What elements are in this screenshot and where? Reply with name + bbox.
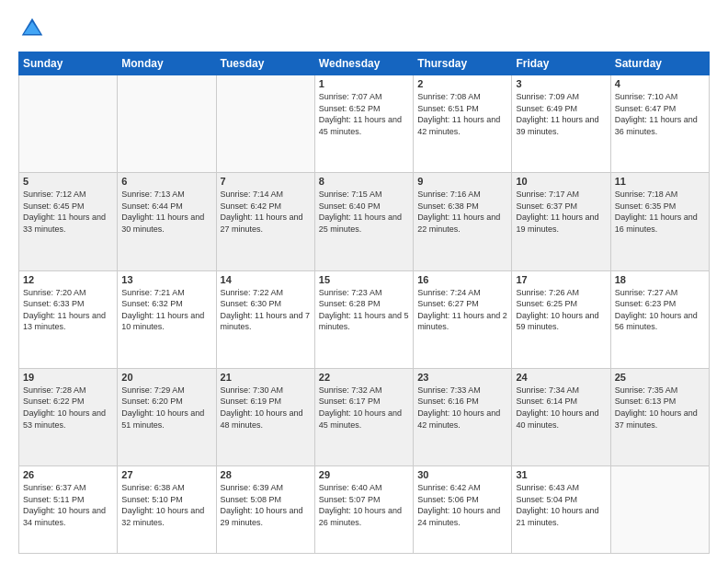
day-info: Sunrise: 7:16 AM Sunset: 6:38 PM Dayligh…	[417, 189, 507, 235]
day-info: Sunrise: 7:21 AM Sunset: 6:32 PM Dayligh…	[121, 287, 211, 333]
day-info: Sunrise: 7:28 AM Sunset: 6:22 PM Dayligh…	[23, 385, 113, 431]
day-number: 24	[516, 372, 606, 383]
day-info: Sunrise: 6:40 AM Sunset: 5:07 PM Dayligh…	[319, 482, 409, 528]
day-number: 10	[516, 176, 606, 187]
calendar-week-3: 12Sunrise: 7:20 AM Sunset: 6:33 PM Dayli…	[19, 270, 710, 368]
day-info: Sunrise: 7:32 AM Sunset: 6:17 PM Dayligh…	[319, 385, 409, 431]
calendar-cell: 31Sunrise: 6:43 AM Sunset: 5:04 PM Dayli…	[512, 466, 610, 554]
day-number: 7	[221, 176, 311, 187]
weekday-header-saturday: Saturday	[610, 52, 709, 75]
day-info: Sunrise: 7:27 AM Sunset: 6:23 PM Dayligh…	[615, 287, 705, 333]
calendar-header-row: SundayMondayTuesdayWednesdayThursdayFrid…	[19, 52, 710, 75]
weekday-header-sunday: Sunday	[19, 52, 118, 75]
day-number: 22	[319, 372, 409, 383]
day-info: Sunrise: 6:38 AM Sunset: 5:10 PM Dayligh…	[121, 482, 211, 528]
calendar-week-4: 19Sunrise: 7:28 AM Sunset: 6:22 PM Dayli…	[19, 368, 710, 465]
calendar: SundayMondayTuesdayWednesdayThursdayFrid…	[18, 52, 710, 554]
day-number: 15	[319, 274, 409, 285]
calendar-cell: 21Sunrise: 7:30 AM Sunset: 6:19 PM Dayli…	[216, 368, 314, 465]
day-number: 16	[417, 274, 507, 285]
calendar-week-5: 26Sunrise: 6:37 AM Sunset: 5:11 PM Dayli…	[19, 466, 710, 554]
day-number: 4	[615, 78, 705, 89]
calendar-cell	[216, 75, 314, 173]
calendar-cell: 2Sunrise: 7:08 AM Sunset: 6:51 PM Daylig…	[414, 75, 512, 173]
calendar-cell: 18Sunrise: 7:27 AM Sunset: 6:23 PM Dayli…	[610, 270, 709, 368]
day-number: 14	[221, 274, 311, 285]
calendar-cell: 4Sunrise: 7:10 AM Sunset: 6:47 PM Daylig…	[610, 75, 709, 173]
day-number: 12	[23, 274, 113, 285]
day-number: 27	[121, 469, 211, 480]
day-number: 18	[615, 274, 705, 285]
calendar-cell: 15Sunrise: 7:23 AM Sunset: 6:28 PM Dayli…	[314, 270, 413, 368]
day-number: 30	[417, 469, 507, 480]
day-info: Sunrise: 7:22 AM Sunset: 6:30 PM Dayligh…	[221, 287, 311, 333]
weekday-header-tuesday: Tuesday	[216, 52, 314, 75]
calendar-cell: 27Sunrise: 6:38 AM Sunset: 5:10 PM Dayli…	[118, 466, 216, 554]
header	[18, 15, 710, 42]
calendar-cell: 23Sunrise: 7:33 AM Sunset: 6:16 PM Dayli…	[414, 368, 512, 465]
calendar-cell: 1Sunrise: 7:07 AM Sunset: 6:52 PM Daylig…	[314, 75, 413, 173]
calendar-cell	[19, 75, 118, 173]
day-number: 1	[319, 78, 409, 89]
calendar-cell: 11Sunrise: 7:18 AM Sunset: 6:35 PM Dayli…	[610, 173, 709, 270]
day-info: Sunrise: 7:07 AM Sunset: 6:52 PM Dayligh…	[319, 91, 409, 137]
day-info: Sunrise: 7:15 AM Sunset: 6:40 PM Dayligh…	[319, 189, 409, 235]
calendar-cell: 9Sunrise: 7:16 AM Sunset: 6:38 PM Daylig…	[414, 173, 512, 270]
day-info: Sunrise: 7:34 AM Sunset: 6:14 PM Dayligh…	[516, 385, 606, 431]
day-number: 8	[319, 176, 409, 187]
calendar-cell: 12Sunrise: 7:20 AM Sunset: 6:33 PM Dayli…	[19, 270, 118, 368]
day-number: 19	[23, 372, 113, 383]
day-info: Sunrise: 7:14 AM Sunset: 6:42 PM Dayligh…	[221, 189, 311, 235]
day-number: 25	[615, 372, 705, 383]
day-info: Sunrise: 7:23 AM Sunset: 6:28 PM Dayligh…	[319, 287, 409, 333]
page: SundayMondayTuesdayWednesdayThursdayFrid…	[0, 0, 728, 563]
day-info: Sunrise: 6:39 AM Sunset: 5:08 PM Dayligh…	[221, 482, 311, 528]
calendar-cell: 19Sunrise: 7:28 AM Sunset: 6:22 PM Dayli…	[19, 368, 118, 465]
day-info: Sunrise: 7:29 AM Sunset: 6:20 PM Dayligh…	[121, 385, 211, 431]
day-info: Sunrise: 7:10 AM Sunset: 6:47 PM Dayligh…	[615, 91, 705, 137]
day-info: Sunrise: 7:24 AM Sunset: 6:27 PM Dayligh…	[417, 287, 507, 333]
day-number: 13	[121, 274, 211, 285]
day-info: Sunrise: 7:18 AM Sunset: 6:35 PM Dayligh…	[615, 189, 705, 235]
day-info: Sunrise: 7:12 AM Sunset: 6:45 PM Dayligh…	[23, 189, 113, 235]
calendar-cell: 25Sunrise: 7:35 AM Sunset: 6:13 PM Dayli…	[610, 368, 709, 465]
day-info: Sunrise: 7:30 AM Sunset: 6:19 PM Dayligh…	[221, 385, 311, 431]
day-number: 2	[417, 78, 507, 89]
day-info: Sunrise: 7:08 AM Sunset: 6:51 PM Dayligh…	[417, 91, 507, 137]
weekday-header-thursday: Thursday	[414, 52, 512, 75]
day-number: 5	[23, 176, 113, 187]
calendar-cell	[610, 466, 709, 554]
logo-icon	[18, 15, 46, 42]
calendar-cell: 22Sunrise: 7:32 AM Sunset: 6:17 PM Dayli…	[314, 368, 413, 465]
day-info: Sunrise: 6:37 AM Sunset: 5:11 PM Dayligh…	[23, 482, 113, 528]
calendar-week-1: 1Sunrise: 7:07 AM Sunset: 6:52 PM Daylig…	[19, 75, 710, 173]
day-number: 23	[417, 372, 507, 383]
day-number: 9	[417, 176, 507, 187]
calendar-cell: 7Sunrise: 7:14 AM Sunset: 6:42 PM Daylig…	[216, 173, 314, 270]
calendar-cell: 14Sunrise: 7:22 AM Sunset: 6:30 PM Dayli…	[216, 270, 314, 368]
day-info: Sunrise: 7:33 AM Sunset: 6:16 PM Dayligh…	[417, 385, 507, 431]
calendar-cell: 24Sunrise: 7:34 AM Sunset: 6:14 PM Dayli…	[512, 368, 610, 465]
day-number: 11	[615, 176, 705, 187]
calendar-week-2: 5Sunrise: 7:12 AM Sunset: 6:45 PM Daylig…	[19, 173, 710, 270]
calendar-cell: 13Sunrise: 7:21 AM Sunset: 6:32 PM Dayli…	[118, 270, 216, 368]
calendar-cell: 10Sunrise: 7:17 AM Sunset: 6:37 PM Dayli…	[512, 173, 610, 270]
day-number: 20	[121, 372, 211, 383]
calendar-cell: 28Sunrise: 6:39 AM Sunset: 5:08 PM Dayli…	[216, 466, 314, 554]
day-number: 26	[23, 469, 113, 480]
day-number: 21	[221, 372, 311, 383]
calendar-cell: 8Sunrise: 7:15 AM Sunset: 6:40 PM Daylig…	[314, 173, 413, 270]
weekday-header-monday: Monday	[118, 52, 216, 75]
day-number: 29	[319, 469, 409, 480]
calendar-cell: 29Sunrise: 6:40 AM Sunset: 5:07 PM Dayli…	[314, 466, 413, 554]
calendar-cell: 17Sunrise: 7:26 AM Sunset: 6:25 PM Dayli…	[512, 270, 610, 368]
day-number: 17	[516, 274, 606, 285]
day-info: Sunrise: 7:35 AM Sunset: 6:13 PM Dayligh…	[615, 385, 705, 431]
day-number: 6	[121, 176, 211, 187]
calendar-cell: 30Sunrise: 6:42 AM Sunset: 5:06 PM Dayli…	[414, 466, 512, 554]
weekday-header-wednesday: Wednesday	[314, 52, 413, 75]
day-number: 3	[516, 78, 606, 89]
calendar-cell: 6Sunrise: 7:13 AM Sunset: 6:44 PM Daylig…	[118, 173, 216, 270]
day-number: 31	[516, 469, 606, 480]
day-info: Sunrise: 6:43 AM Sunset: 5:04 PM Dayligh…	[516, 482, 606, 528]
